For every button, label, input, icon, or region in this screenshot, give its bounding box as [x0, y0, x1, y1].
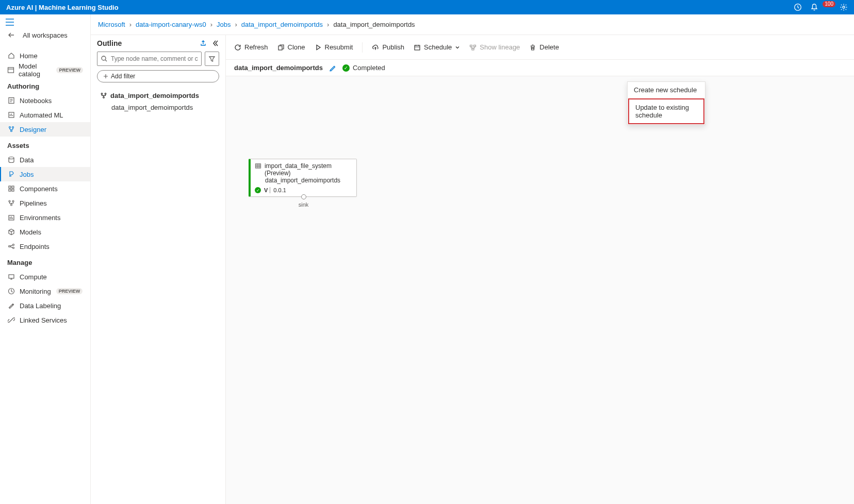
update-schedule-option[interactable]: Update to existing schedule: [628, 98, 704, 124]
endpoints-icon: [7, 242, 15, 250]
all-workspaces-link[interactable]: All workspaces: [0, 28, 90, 42]
svg-point-18: [13, 244, 14, 246]
sidebar-item-designer[interactable]: Designer: [0, 122, 90, 137]
sidebar-label: Home: [20, 52, 38, 60]
publish-button[interactable]: Publish: [372, 43, 404, 51]
sidebar-label: Data: [20, 156, 34, 164]
job-name: data_import_demoimportds: [234, 64, 323, 72]
plus-filter-icon: [103, 73, 109, 79]
search-field[interactable]: [111, 55, 198, 62]
sidebar-label: Endpoints: [20, 243, 50, 250]
share-icon[interactable]: [200, 40, 207, 47]
filter-button[interactable]: [205, 52, 219, 66]
sidebar-item-pipelines[interactable]: Pipelines: [0, 196, 90, 210]
sidebar-label: Pipelines: [20, 199, 47, 207]
environments-icon: [7, 213, 15, 222]
recent-icon[interactable]: [794, 3, 802, 11]
search-input[interactable]: [97, 52, 202, 66]
table-icon: [255, 162, 261, 170]
play-icon: [315, 44, 322, 51]
designer-icon: [7, 125, 15, 133]
add-filter-button[interactable]: Add filter: [97, 70, 219, 82]
sidebar-item-environments[interactable]: Environments: [0, 210, 90, 225]
sidebar-label: Components: [20, 185, 58, 193]
sidebar-item-data-labeling[interactable]: Data Labeling: [0, 298, 90, 313]
sidebar-label: Monitoring: [20, 288, 51, 295]
edit-icon[interactable]: [329, 64, 336, 72]
designer-canvas[interactable]: import_data_file_system (Preview) data_i…: [226, 76, 854, 504]
job-title-row: data_import_demoimportds ✓ Completed: [226, 60, 854, 76]
sidebar-label: Environments: [20, 214, 60, 222]
sidebar-label: Jobs: [20, 171, 34, 178]
sidebar-item-jobs[interactable]: Jobs: [0, 167, 90, 181]
svg-point-22: [102, 56, 106, 60]
topbar: Azure AI | Machine Learning Studio 100: [0, 0, 854, 14]
refresh-button[interactable]: Refresh: [234, 43, 268, 51]
toolbar-separator: [362, 42, 363, 53]
toolbar-label: Show lineage: [480, 43, 520, 51]
section-authoring: Authoring: [0, 77, 90, 93]
output-port[interactable]: [301, 194, 306, 199]
sidebar-label: Notebooks: [20, 97, 52, 105]
node-title: import_data_file_system (Preview): [265, 162, 352, 177]
delete-button[interactable]: Delete: [529, 43, 559, 51]
svg-rect-12: [12, 189, 14, 191]
tree-child[interactable]: data_import_demoimportds: [97, 102, 219, 113]
hamburger-icon[interactable]: [0, 16, 90, 28]
svg-point-23: [101, 93, 103, 94]
node-subtitle: data_import_demoimportds: [255, 177, 352, 184]
chevron-down-icon: [455, 45, 460, 50]
toolbar-label: Refresh: [244, 43, 268, 51]
sidebar-item-linked-services[interactable]: Linked Services: [0, 313, 90, 327]
show-lineage-button: Show lineage: [469, 43, 520, 51]
refresh-icon: [234, 44, 241, 51]
sidebar-item-automated-ml[interactable]: Automated ML: [0, 108, 90, 122]
calendar-icon: [414, 44, 421, 51]
breadcrumb-link[interactable]: data_import_demoimportds: [241, 21, 323, 28]
sidebar-item-notebooks[interactable]: Notebooks: [0, 93, 90, 108]
collapse-icon[interactable]: [212, 40, 219, 47]
sidebar-item-components[interactable]: Components: [0, 181, 90, 196]
breadcrumb-link[interactable]: Jobs: [217, 21, 231, 28]
pipeline-node[interactable]: import_data_file_system (Preview) data_i…: [249, 159, 357, 197]
catalog-icon: [7, 66, 14, 74]
section-assets: Assets: [0, 137, 90, 153]
section-manage: Manage: [0, 254, 90, 270]
preview-badge: PREVIEW: [56, 67, 83, 73]
sidebar-item-compute[interactable]: Compute: [0, 270, 90, 284]
svg-point-1: [843, 6, 845, 8]
product-title: Azure AI | Machine Learning Studio: [6, 4, 119, 11]
lineage-icon: [469, 44, 477, 51]
schedule-button[interactable]: Schedule: [414, 43, 460, 51]
clone-icon: [277, 44, 285, 51]
clone-button[interactable]: Clone: [277, 43, 305, 51]
sidebar-item-model-catalog[interactable]: Model catalog PREVIEW: [0, 63, 90, 77]
breadcrumb: Microsoft › data-import-canary-ws0 › Job…: [91, 14, 854, 35]
preview-badge: PREVIEW: [56, 288, 83, 294]
job-status: ✓ Completed: [342, 64, 385, 72]
sidebar-item-data[interactable]: Data: [0, 153, 90, 167]
sidebar-item-endpoints[interactable]: Endpoints: [0, 239, 90, 254]
svg-point-19: [13, 247, 14, 249]
settings-icon[interactable]: [840, 3, 848, 11]
sidebar-item-home[interactable]: Home: [0, 48, 90, 63]
toolbar-label: Clone: [288, 43, 305, 51]
notifications-icon[interactable]: 100: [810, 3, 831, 11]
tree-root[interactable]: data_import_demoimportds: [97, 90, 219, 102]
outline-title: Outline: [97, 39, 122, 47]
trash-icon: [529, 44, 536, 51]
svg-point-17: [9, 246, 10, 247]
toolbar-label: Resubmit: [325, 43, 353, 51]
breadcrumb-link[interactable]: data-import-canary-ws0: [136, 21, 206, 28]
resubmit-button[interactable]: Resubmit: [315, 43, 353, 51]
svg-point-15: [11, 204, 12, 206]
svg-rect-9: [9, 186, 11, 188]
sidebar-item-models[interactable]: Models: [0, 225, 90, 239]
sidebar-item-monitoring[interactable]: Monitoring PREVIEW: [0, 284, 90, 298]
svg-rect-10: [12, 186, 14, 188]
svg-point-8: [9, 157, 14, 159]
create-schedule-option[interactable]: Create new schedule: [628, 82, 705, 98]
chevron-right-icon: ›: [235, 21, 237, 28]
breadcrumb-link[interactable]: Microsoft: [98, 21, 125, 28]
cloud-up-icon: [372, 44, 379, 51]
